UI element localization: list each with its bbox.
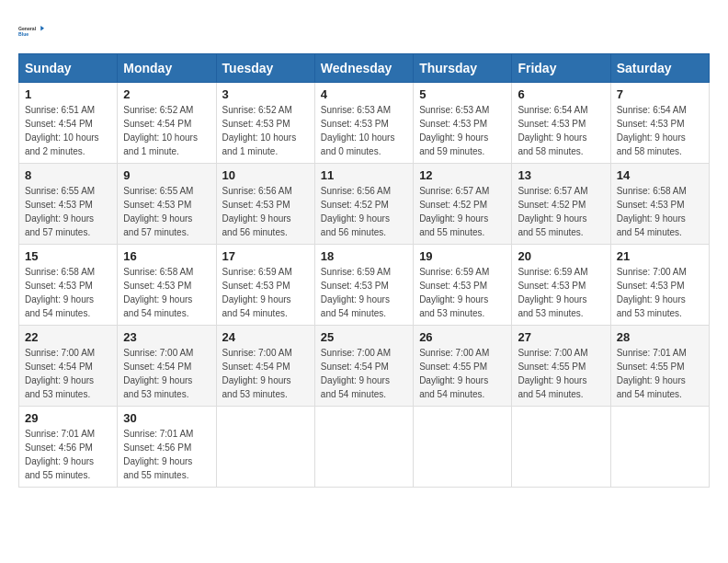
week-row-2: 8 Sunrise: 6:55 AM Sunset: 4:53 PM Dayli… xyxy=(19,164,710,245)
svg-marker-1 xyxy=(40,26,44,31)
svg-text:General: General xyxy=(18,26,37,31)
header-cell-tuesday: Tuesday xyxy=(216,54,314,83)
day-number: 3 xyxy=(222,87,309,101)
day-cell: 17 Sunrise: 6:59 AM Sunset: 4:53 PM Dayl… xyxy=(216,245,314,326)
day-info: Sunrise: 7:00 AM Sunset: 4:55 PM Dayligh… xyxy=(419,346,506,401)
day-number: 20 xyxy=(518,249,604,263)
day-info: Sunrise: 7:01 AM Sunset: 4:55 PM Dayligh… xyxy=(617,346,703,401)
day-number: 4 xyxy=(321,87,407,101)
header-cell-monday: Monday xyxy=(118,54,216,83)
day-info: Sunrise: 6:56 AM Sunset: 4:52 PM Dayligh… xyxy=(321,184,407,239)
day-number: 21 xyxy=(617,249,703,263)
day-cell: 26 Sunrise: 7:00 AM Sunset: 4:55 PM Dayl… xyxy=(414,326,512,407)
day-info: Sunrise: 6:57 AM Sunset: 4:52 PM Dayligh… xyxy=(419,184,506,239)
day-cell: 16 Sunrise: 6:58 AM Sunset: 4:53 PM Dayl… xyxy=(118,245,216,326)
day-cell: 27 Sunrise: 7:00 AM Sunset: 4:55 PM Dayl… xyxy=(512,326,610,407)
day-cell: 30 Sunrise: 7:01 AM Sunset: 4:56 PM Dayl… xyxy=(118,407,216,488)
day-info: Sunrise: 6:58 AM Sunset: 4:53 PM Dayligh… xyxy=(123,265,210,320)
header: General Blue xyxy=(18,18,710,44)
day-cell xyxy=(610,407,709,488)
day-number: 10 xyxy=(222,168,309,182)
day-info: Sunrise: 6:57 AM Sunset: 4:52 PM Dayligh… xyxy=(518,184,604,239)
day-cell: 10 Sunrise: 6:56 AM Sunset: 4:53 PM Dayl… xyxy=(216,164,314,245)
day-cell: 7 Sunrise: 6:54 AM Sunset: 4:53 PM Dayli… xyxy=(610,83,709,164)
logo-icon: General Blue xyxy=(18,18,44,44)
day-number: 7 xyxy=(617,87,703,101)
day-number: 11 xyxy=(321,168,407,182)
day-number: 19 xyxy=(419,249,506,263)
day-cell: 2 Sunrise: 6:52 AM Sunset: 4:54 PM Dayli… xyxy=(118,83,216,164)
day-cell: 25 Sunrise: 7:00 AM Sunset: 4:54 PM Dayl… xyxy=(314,326,413,407)
day-info: Sunrise: 6:58 AM Sunset: 4:53 PM Dayligh… xyxy=(617,184,703,239)
day-info: Sunrise: 6:59 AM Sunset: 4:53 PM Dayligh… xyxy=(419,265,506,320)
header-cell-sunday: Sunday xyxy=(19,54,118,83)
day-info: Sunrise: 6:54 AM Sunset: 4:53 PM Dayligh… xyxy=(518,103,604,158)
day-info: Sunrise: 7:01 AM Sunset: 4:56 PM Dayligh… xyxy=(123,427,210,482)
day-number: 27 xyxy=(518,330,604,344)
day-cell xyxy=(414,407,512,488)
day-number: 28 xyxy=(617,330,703,344)
day-cell: 18 Sunrise: 6:59 AM Sunset: 4:53 PM Dayl… xyxy=(314,245,413,326)
day-info: Sunrise: 7:01 AM Sunset: 4:56 PM Dayligh… xyxy=(25,427,111,482)
day-number: 1 xyxy=(25,87,111,101)
day-number: 14 xyxy=(617,168,703,182)
day-cell: 1 Sunrise: 6:51 AM Sunset: 4:54 PM Dayli… xyxy=(19,83,118,164)
day-info: Sunrise: 6:55 AM Sunset: 4:53 PM Dayligh… xyxy=(25,184,111,239)
calendar-table: SundayMondayTuesdayWednesdayThursdayFrid… xyxy=(18,53,710,488)
day-number: 24 xyxy=(222,330,309,344)
day-cell: 24 Sunrise: 7:00 AM Sunset: 4:54 PM Dayl… xyxy=(216,326,314,407)
day-info: Sunrise: 6:55 AM Sunset: 4:53 PM Dayligh… xyxy=(123,184,210,239)
day-info: Sunrise: 6:53 AM Sunset: 4:53 PM Dayligh… xyxy=(321,103,407,158)
week-row-1: 1 Sunrise: 6:51 AM Sunset: 4:54 PM Dayli… xyxy=(19,83,710,164)
day-cell: 11 Sunrise: 6:56 AM Sunset: 4:52 PM Dayl… xyxy=(314,164,413,245)
day-cell: 23 Sunrise: 7:00 AM Sunset: 4:54 PM Dayl… xyxy=(118,326,216,407)
day-number: 8 xyxy=(25,168,111,182)
day-cell: 4 Sunrise: 6:53 AM Sunset: 4:53 PM Dayli… xyxy=(314,83,413,164)
day-number: 26 xyxy=(419,330,506,344)
logo: General Blue xyxy=(18,18,44,44)
day-info: Sunrise: 7:00 AM Sunset: 4:54 PM Dayligh… xyxy=(222,346,309,401)
day-cell: 21 Sunrise: 7:00 AM Sunset: 4:53 PM Dayl… xyxy=(610,245,709,326)
day-number: 12 xyxy=(419,168,506,182)
day-number: 17 xyxy=(222,249,309,263)
day-cell: 29 Sunrise: 7:01 AM Sunset: 4:56 PM Dayl… xyxy=(19,407,118,488)
day-cell: 6 Sunrise: 6:54 AM Sunset: 4:53 PM Dayli… xyxy=(512,83,610,164)
day-info: Sunrise: 7:00 AM Sunset: 4:54 PM Dayligh… xyxy=(25,346,111,401)
day-cell: 3 Sunrise: 6:52 AM Sunset: 4:53 PM Dayli… xyxy=(216,83,314,164)
day-info: Sunrise: 6:56 AM Sunset: 4:53 PM Dayligh… xyxy=(222,184,309,239)
day-cell: 19 Sunrise: 6:59 AM Sunset: 4:53 PM Dayl… xyxy=(414,245,512,326)
day-info: Sunrise: 6:52 AM Sunset: 4:53 PM Dayligh… xyxy=(222,103,309,158)
week-row-3: 15 Sunrise: 6:58 AM Sunset: 4:53 PM Dayl… xyxy=(19,245,710,326)
day-number: 2 xyxy=(123,87,210,101)
header-cell-friday: Friday xyxy=(512,54,610,83)
day-cell: 15 Sunrise: 6:58 AM Sunset: 4:53 PM Dayl… xyxy=(19,245,118,326)
day-cell xyxy=(216,407,314,488)
day-info: Sunrise: 6:54 AM Sunset: 4:53 PM Dayligh… xyxy=(617,103,703,158)
day-cell: 9 Sunrise: 6:55 AM Sunset: 4:53 PM Dayli… xyxy=(118,164,216,245)
day-info: Sunrise: 7:00 AM Sunset: 4:53 PM Dayligh… xyxy=(617,265,703,320)
day-number: 13 xyxy=(518,168,604,182)
day-number: 30 xyxy=(123,411,210,425)
day-number: 6 xyxy=(518,87,604,101)
day-info: Sunrise: 7:00 AM Sunset: 4:54 PM Dayligh… xyxy=(321,346,407,401)
header-row: SundayMondayTuesdayWednesdayThursdayFrid… xyxy=(19,54,710,83)
day-cell: 22 Sunrise: 7:00 AM Sunset: 4:54 PM Dayl… xyxy=(19,326,118,407)
day-number: 29 xyxy=(25,411,111,425)
day-cell: 13 Sunrise: 6:57 AM Sunset: 4:52 PM Dayl… xyxy=(512,164,610,245)
day-cell: 5 Sunrise: 6:53 AM Sunset: 4:53 PM Dayli… xyxy=(414,83,512,164)
header-cell-wednesday: Wednesday xyxy=(314,54,413,83)
day-info: Sunrise: 6:58 AM Sunset: 4:53 PM Dayligh… xyxy=(25,265,111,320)
day-info: Sunrise: 6:59 AM Sunset: 4:53 PM Dayligh… xyxy=(321,265,407,320)
day-info: Sunrise: 6:51 AM Sunset: 4:54 PM Dayligh… xyxy=(25,103,111,158)
day-number: 16 xyxy=(123,249,210,263)
day-cell: 28 Sunrise: 7:01 AM Sunset: 4:55 PM Dayl… xyxy=(610,326,709,407)
day-number: 5 xyxy=(419,87,506,101)
day-number: 18 xyxy=(321,249,407,263)
day-cell: 12 Sunrise: 6:57 AM Sunset: 4:52 PM Dayl… xyxy=(414,164,512,245)
day-cell: 8 Sunrise: 6:55 AM Sunset: 4:53 PM Dayli… xyxy=(19,164,118,245)
day-number: 23 xyxy=(123,330,210,344)
day-number: 9 xyxy=(123,168,210,182)
day-info: Sunrise: 7:00 AM Sunset: 4:54 PM Dayligh… xyxy=(123,346,210,401)
day-cell: 14 Sunrise: 6:58 AM Sunset: 4:53 PM Dayl… xyxy=(610,164,709,245)
day-cell: 20 Sunrise: 6:59 AM Sunset: 4:53 PM Dayl… xyxy=(512,245,610,326)
